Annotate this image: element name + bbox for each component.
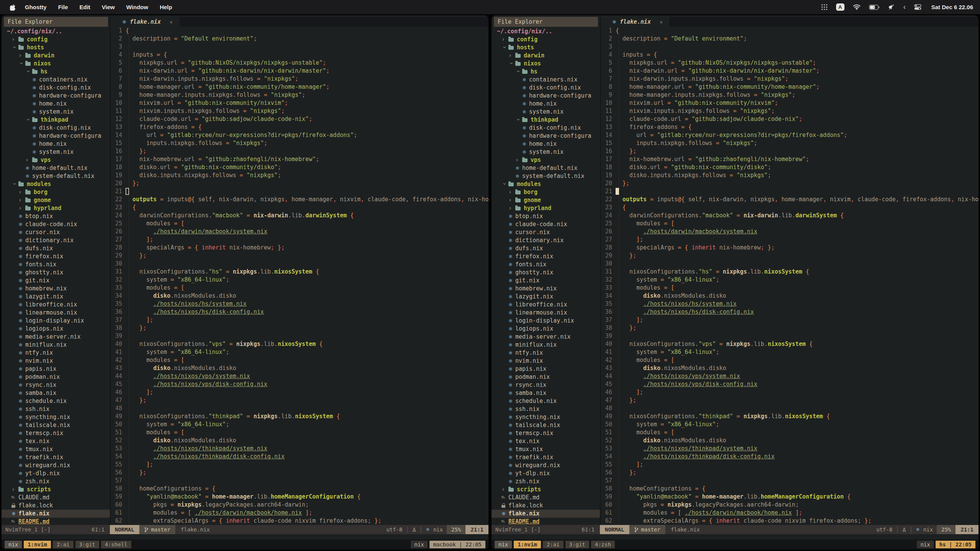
tab-close-icon[interactable]: ✕ (660, 19, 663, 25)
tree-file-wireguard.nix[interactable]: ❄wireguard.nix (2, 461, 110, 469)
code-buffer[interactable]: 1{2 description = "Default environment";… (111, 27, 488, 525)
code-line-22[interactable]: 22 outputs = inputs@{ self, nix-darwin, … (111, 196, 488, 204)
input-source-icon[interactable]: A (836, 3, 844, 11)
tree-file-termscp.nix[interactable]: ❄termscp.nix (2, 429, 110, 437)
code-line-60[interactable]: 60 pkgs = nixpkgs.legacyPackages.aarch64… (111, 501, 488, 509)
code-line-18[interactable]: 18 disko.url = "github:nix-community/dis… (111, 163, 488, 171)
buffer-tab-flake-nix[interactable]: ❄ flake.nix ✕ (601, 17, 670, 27)
code-line-53[interactable]: 53 ./hosts/nixos/thinkpad/system.nix (111, 445, 488, 453)
tree-file-home.nix[interactable]: ❄home.nix (492, 100, 600, 108)
tree-file-containers.nix[interactable]: ❄containers.nix (492, 76, 600, 84)
code-line-61[interactable]: 61 modules = [ ./hosts/darwin/macbook/ho… (601, 509, 978, 517)
tree-file-homebrew.nix[interactable]: ❄homebrew.nix (492, 285, 600, 293)
tree-folder-hosts[interactable]: ›hosts (492, 44, 600, 52)
code-line-29[interactable]: 29 }; (111, 252, 488, 260)
tree-file-claude-code.nix[interactable]: ❄claude-code.nix (492, 220, 600, 228)
tree-file-hardware-configura[interactable]: ❄hardware-configura (2, 132, 110, 140)
mute-icon[interactable] (888, 4, 895, 10)
menu-item-window[interactable]: Window (126, 4, 148, 10)
code-line-36[interactable]: 36 ./hosts/nixos/hs/disk-config.nix (601, 308, 978, 316)
tmux-window-3:git[interactable]: 3:git (75, 541, 99, 548)
code-line-52[interactable]: 52 disko.nixosModules.disko (601, 437, 978, 445)
code-line-59[interactable]: 59 "yanlin@macbook" = home-manager.lib.h… (111, 493, 488, 501)
tree-file-tex.nix[interactable]: ❄tex.nix (2, 437, 110, 445)
tree-folder-modules[interactable]: ›modules (492, 180, 600, 188)
code-line-46[interactable]: 46 ]; (111, 388, 488, 396)
code-line-41[interactable]: 41 system = "x86_64-linux"; (111, 348, 488, 356)
menu-item-view[interactable]: View (102, 4, 115, 10)
code-line-18[interactable]: 18 disko.url = "github:nix-community/dis… (601, 163, 978, 171)
code-line-11[interactable]: 11 nixvim.inputs.nixpkgs.follows = "nixp… (111, 107, 488, 115)
code-line-39[interactable]: 39 (601, 332, 978, 340)
tree-file-libreoffice.nix[interactable]: ❄libreoffice.nix (492, 301, 600, 309)
tree-file-logiops.nix[interactable]: ❄logiops.nix (492, 325, 600, 333)
code-line-43[interactable]: 43 disko.nixosModules.disko (111, 364, 488, 372)
chevron-left-icon[interactable]: ‹ (903, 3, 906, 11)
tree-file-containers.nix[interactable]: ❄containers.nix (2, 76, 110, 84)
tree-folder-thinkpad[interactable]: ›thinkpad (492, 116, 600, 124)
tree-file-linearmouse.nix[interactable]: ❄linearmouse.nix (492, 309, 600, 317)
tmux-window-2:ai[interactable]: 2:ai (543, 541, 564, 548)
tree-root-path[interactable]: ~/.config/nix/.. (492, 28, 600, 36)
code-line-23[interactable]: 23 { (111, 204, 488, 212)
tree-file-claude-code.nix[interactable]: ❄claude-code.nix (2, 220, 110, 228)
code-line-32[interactable]: 32 system = "x86_64-linux"; (111, 276, 488, 284)
file-tree[interactable]: ~/.config/nix/..›config›hosts›darwin›nix… (492, 27, 600, 525)
code-line-39[interactable]: 39 (111, 332, 488, 340)
code-line-61[interactable]: 61 modules = [ ./hosts/darwin/macbook/ho… (111, 509, 488, 517)
tree-file-libreoffice.nix[interactable]: ❄libreoffice.nix (2, 301, 110, 309)
code-line-54[interactable]: 54 ./hosts/nixos/thinkpad/disk-config.ni… (111, 453, 488, 461)
apps-grid-icon[interactable] (821, 4, 828, 10)
code-line-49[interactable]: 49 nixosConfigurations."thinkpad" = nixp… (601, 412, 978, 421)
code-line-19[interactable]: 19 disko.inputs.nixpkgs.follows = "nixpk… (601, 171, 978, 179)
tree-file-README.md[interactable]: M↓README.md (2, 518, 110, 525)
code-line-48[interactable]: 48 (601, 404, 978, 412)
code-line-56[interactable]: 56 }; (111, 469, 488, 477)
tree-file-media-server.nix[interactable]: ❄media-server.nix (492, 333, 600, 341)
code-line-37[interactable]: 37 ]; (111, 316, 488, 324)
tree-file-firefox.nix[interactable]: ❄firefox.nix (2, 253, 110, 261)
code-line-40[interactable]: 40 nixosConfigurations."vps" = nixpkgs.l… (111, 340, 488, 348)
code-line-47[interactable]: 47 }; (601, 396, 978, 404)
tree-folder-modules[interactable]: ›modules (2, 180, 110, 188)
tree-file-CLAUDE.md[interactable]: M↓CLAUDE.md (492, 494, 600, 502)
tree-file-podman.nix[interactable]: ❄podman.nix (2, 373, 110, 381)
code-line-21[interactable]: 21 (601, 187, 978, 196)
tree-file-zsh.nix[interactable]: ❄zsh.nix (492, 478, 600, 486)
tree-file-home.nix[interactable]: ❄home.nix (2, 100, 110, 108)
code-line-2[interactable]: 2 description = "Default environment"; (111, 35, 488, 43)
tree-file-tmux.nix[interactable]: ❄tmux.nix (492, 445, 600, 453)
tree-file-login-display.nix[interactable]: ❄login-display.nix (492, 317, 600, 325)
code-line-40[interactable]: 40 nixosConfigurations."vps" = nixpkgs.l… (601, 340, 978, 348)
tree-folder-gnome[interactable]: ›gnome (492, 196, 600, 204)
tree-file-flake.lock[interactable]: flake.lock (492, 502, 600, 510)
code-line-9[interactable]: 9 home-manager.inputs.nixpkgs.follows = … (111, 91, 488, 99)
code-line-55[interactable]: 55 ]; (111, 461, 488, 469)
code-line-30[interactable]: 30 (601, 260, 978, 268)
tree-file-zsh.nix[interactable]: ❄zsh.nix (2, 478, 110, 486)
tree-file-README.md[interactable]: M↓README.md (492, 518, 600, 525)
tmux-session-name[interactable]: nix (5, 541, 22, 548)
tree-file-wireguard.nix[interactable]: ❄wireguard.nix (492, 461, 600, 469)
code-line-51[interactable]: 51 modules = [ (601, 429, 978, 437)
tree-file-login-display.nix[interactable]: ❄login-display.nix (2, 317, 110, 325)
code-line-57[interactable]: 57 (601, 477, 978, 485)
code-line-42[interactable]: 42 modules = [ (111, 356, 488, 364)
tree-file-schedule.nix[interactable]: ❄schedule.nix (2, 397, 110, 405)
code-line-44[interactable]: 44 ./hosts/nixos/vps/system.nix (601, 372, 978, 380)
code-line-28[interactable]: 28 specialArgs = { inherit nix-homebrew;… (111, 244, 488, 252)
tree-file-tmux.nix[interactable]: ❄tmux.nix (2, 445, 110, 453)
tree-file-home-default.nix[interactable]: ❄home-default.nix (492, 164, 600, 172)
tree-file-flake.nix[interactable]: ❄flake.nix (492, 510, 600, 518)
code-line-6[interactable]: 6 nix-darwin.url = "github:nix-darwin/ni… (601, 67, 978, 75)
wifi-icon[interactable] (853, 4, 861, 10)
code-line-32[interactable]: 32 system = "x86_64-linux"; (601, 276, 978, 284)
tree-folder-hyprland[interactable]: ›hyprland (2, 204, 110, 212)
tree-file-cursor.nix[interactable]: ❄cursor.nix (492, 228, 600, 236)
tree-folder-hs[interactable]: ›hs (492, 68, 600, 76)
tree-file-home.nix[interactable]: ❄home.nix (492, 140, 600, 148)
code-line-43[interactable]: 43 disko.nixosModules.disko (601, 364, 978, 372)
code-line-36[interactable]: 36 ./hosts/nixos/hs/disk-config.nix (111, 308, 488, 316)
tree-file-git.nix[interactable]: ❄git.nix (492, 277, 600, 285)
code-line-50[interactable]: 50 system = "x86_64-linux"; (111, 421, 488, 429)
